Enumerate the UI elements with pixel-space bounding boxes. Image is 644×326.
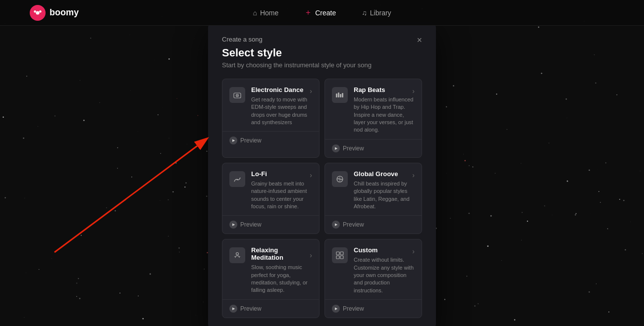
modal-header: Create a song × — [222, 36, 422, 45]
nav-menu: ⌂ Home ＋ Create ♫ Library — [249, 5, 395, 20]
edm-play-icon: ▶ — [229, 137, 237, 144]
custom-name: Custom — [354, 246, 377, 254]
style-card-electronic-dance[interactable]: Electronic Dance › Get ready to move wit… — [222, 79, 320, 158]
svg-point-12 — [237, 179, 238, 180]
svg-point-3 — [34, 10, 36, 13]
meditation-chevron: › — [310, 251, 312, 259]
edm-desc: Get ready to move with EDM-style sweeps … — [251, 96, 312, 127]
create-song-modal: Create a song × Select style Start by ch… — [208, 22, 436, 326]
custom-chevron: › — [412, 247, 415, 255]
rap-icon — [332, 87, 348, 103]
style-card-global-groove[interactable]: Global Groove › Chill beats inspired by … — [324, 163, 422, 234]
global-play-icon: ▶ — [332, 221, 340, 229]
nav-library[interactable]: ♫ Library — [358, 7, 395, 19]
global-preview-label: Preview — [343, 221, 364, 228]
global-chevron: › — [412, 171, 415, 179]
close-button[interactable]: × — [417, 36, 422, 45]
lofi-desc: Grainy beats melt into nature-infused am… — [251, 180, 312, 211]
global-name: Global Groove — [354, 170, 398, 178]
style-card-relaxing-meditation[interactable]: Relaxing Meditation › Slow, soothing mus… — [222, 239, 320, 318]
global-preview-button[interactable]: ▶ Preview — [332, 220, 364, 230]
svg-point-2 — [36, 11, 39, 14]
nav-home-label: Home — [260, 9, 278, 17]
edm-preview-label: Preview — [240, 137, 262, 144]
svg-rect-19 — [336, 256, 339, 259]
rap-desc: Modern beats influenced by Hip Hop and T… — [354, 96, 415, 134]
lofi-chevron: › — [310, 171, 312, 179]
main-content: Create a song × Select style Start by ch… — [0, 26, 644, 326]
nav-create-label: Create — [315, 9, 336, 17]
modal-subtitle: Select style — [222, 47, 422, 59]
global-desc: Chill beats inspired by globally popular… — [354, 180, 415, 211]
modal-description: Start by choosing the instrumental style… — [222, 61, 422, 69]
lofi-name: Lo-Fi — [251, 170, 267, 178]
edm-icon — [229, 87, 245, 103]
meditation-play-icon: ▶ — [229, 305, 237, 313]
music-icon: ♫ — [362, 9, 367, 17]
nav-home[interactable]: ⌂ Home — [249, 7, 282, 19]
svg-point-4 — [39, 10, 42, 13]
svg-rect-17 — [336, 252, 339, 255]
rap-preview-button[interactable]: ▶ Preview — [332, 143, 364, 153]
style-card-custom[interactable]: Custom › Create without limits. Customiz… — [324, 239, 422, 318]
custom-preview-label: Preview — [343, 305, 364, 312]
lofi-play-icon: ▶ — [229, 221, 237, 229]
navbar: boomy ⌂ Home ＋ Create ♫ Library — [0, 0, 644, 26]
svg-rect-9 — [338, 93, 339, 97]
edm-chevron: › — [310, 87, 312, 95]
rap-name: Rap Beats — [354, 86, 385, 93]
meditation-desc: Slow, soothing music perfect for yoga, m… — [251, 264, 312, 294]
svg-point-7 — [237, 95, 238, 96]
lofi-preview-button[interactable]: ▶ Preview — [229, 220, 262, 230]
global-icon — [332, 171, 348, 187]
meditation-preview-button[interactable]: ▶ Preview — [229, 304, 262, 314]
svg-rect-10 — [340, 94, 341, 97]
style-card-lo-fi[interactable]: Lo-Fi › Grainy beats melt into nature-in… — [222, 163, 320, 234]
meditation-icon — [229, 247, 245, 263]
svg-point-16 — [236, 253, 239, 255]
svg-rect-18 — [340, 252, 343, 255]
meditation-preview-label: Preview — [240, 305, 262, 312]
svg-rect-8 — [336, 93, 337, 97]
rap-chevron: › — [412, 87, 415, 95]
create-icon: ＋ — [304, 7, 312, 18]
style-grid: Electronic Dance › Get ready to move wit… — [222, 79, 422, 318]
edm-preview-button[interactable]: ▶ Preview — [229, 136, 262, 145]
logo-text: boomy — [50, 7, 79, 18]
lofi-preview-label: Preview — [240, 221, 262, 228]
custom-icon — [332, 247, 348, 263]
nav-library-label: Library — [370, 9, 391, 17]
edm-name: Electronic Dance — [251, 86, 304, 93]
custom-play-icon: ▶ — [332, 305, 340, 313]
modal-title: Create a song — [222, 36, 263, 43]
logo[interactable]: boomy — [30, 5, 79, 21]
style-card-rap-beats[interactable]: Rap Beats › Modern beats influenced by H… — [324, 79, 422, 158]
meditation-name: Relaxing Meditation — [251, 246, 310, 261]
lofi-icon — [229, 171, 245, 187]
home-icon: ⌂ — [253, 9, 257, 17]
custom-desc: Create without limits. Customize any sty… — [354, 256, 415, 294]
svg-rect-20 — [340, 256, 343, 259]
nav-create[interactable]: ＋ Create — [300, 5, 340, 20]
logo-icon — [30, 5, 46, 21]
rap-play-icon: ▶ — [332, 144, 340, 152]
svg-rect-11 — [342, 93, 343, 97]
custom-preview-button[interactable]: ▶ Preview — [332, 304, 364, 314]
rap-preview-label: Preview — [343, 145, 364, 152]
